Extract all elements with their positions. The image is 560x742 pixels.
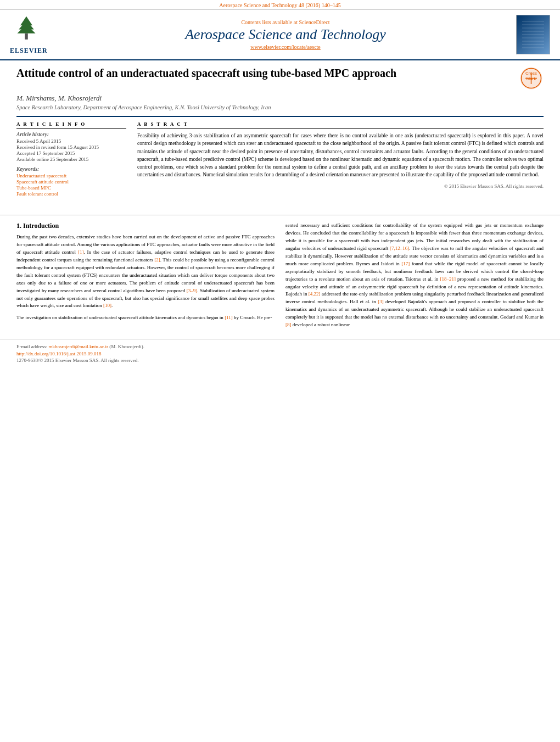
journal-url[interactable]: www.elsevier.com/locate/aescte: [59, 44, 512, 50]
ref-2-link[interactable]: [2]: [154, 257, 160, 263]
email-label: E-mail address:: [16, 344, 47, 349]
svg-rect-0: [25, 34, 28, 40]
journal-cover-image: [516, 15, 550, 54]
ref-17-link[interactable]: [17]: [401, 261, 410, 266]
article-history-label: Article history:: [16, 132, 126, 137]
footer-doi[interactable]: http://dx.doi.org/10.1016/j.ast.2015.09.…: [16, 351, 544, 356]
email-person: (M. Khosrojerdi).: [109, 344, 144, 349]
right-para1: sented necessary and sufficient conditio…: [285, 222, 544, 329]
article-info-heading: A R T I C L E I N F O: [16, 121, 126, 129]
intro-heading: 1. Introduction: [16, 222, 275, 230]
footer-copyright: 1270-9638/© 2015 Elsevier Masson SAS. Al…: [16, 358, 544, 363]
article-authors: M. Mirshams, M. Khosrojerdi: [16, 94, 544, 103]
intro-para2: The investigation on stabilization of un…: [16, 314, 275, 322]
page-footer: E-mail address: mkhosrojerdi@mail.kntu.a…: [0, 339, 560, 365]
ref-8-link[interactable]: [8]: [285, 322, 292, 327]
received-date: Received 5 April 2015: [16, 138, 126, 144]
accepted-date: Accepted 17 September 2015: [16, 150, 126, 156]
body-right-col: sented necessary and sufficient conditio…: [285, 222, 544, 333]
abstract-heading: A B S T R A C T: [137, 121, 544, 129]
intro-para1: During the past two decades, extensive s…: [16, 233, 275, 310]
and-text: and: [516, 314, 523, 320]
article-info-col: A R T I C L E I N F O Article history: R…: [16, 121, 126, 197]
keyword-3: Tube-based MPC: [16, 185, 126, 191]
keyword-2: Spacecraft attitude control: [16, 179, 126, 185]
journal-bar-text: Aerospace Science and Technology 48 (201…: [219, 2, 340, 8]
article-info-abstract: A R T I C L E I N F O Article history: R…: [16, 116, 544, 197]
body-left-col: 1. Introduction During the past two deca…: [16, 222, 275, 333]
crossmark-icon[interactable]: Cross Mark: [519, 66, 544, 91]
email-link[interactable]: mkhosrojerdi@mail.kntu.ac.ir: [48, 344, 108, 349]
page-header: ELSEVIER Contents lists available at Sci…: [0, 10, 560, 60]
article-body: Attitude control of an underactuated spa…: [0, 60, 560, 208]
ref-1-link[interactable]: [1]: [78, 249, 84, 255]
body-content: 1. Introduction During the past two deca…: [0, 222, 560, 333]
sciencedirect-link[interactable]: Contents lists available at ScienceDirec…: [59, 19, 512, 25]
elsevier-text: ELSEVIER: [10, 47, 59, 55]
ref-18-21-link[interactable]: [18–21]: [440, 276, 456, 282]
keyword-4: Fault tolerant control: [16, 191, 126, 197]
ref-7-link[interactable]: [7,12–16]: [390, 246, 409, 251]
ref-10-link[interactable]: [10]: [103, 303, 111, 308]
contents-list-text: Contents lists available at: [241, 19, 299, 25]
title-section: Attitude control of an underactuated spa…: [16, 66, 544, 91]
keywords-label: Keywords:: [16, 166, 126, 172]
doi-link: http://dx.doi.org/10.1016/j.ast.2015.09.…: [16, 351, 102, 356]
elsevier-tree-icon: [10, 14, 43, 44]
journal-bar: Aerospace Science and Technology 48 (201…: [0, 0, 560, 10]
keyword-1: Underactuated spacecraft: [16, 173, 126, 178]
ref-4-22-link[interactable]: [4,22]: [309, 291, 321, 297]
abstract-text: Feasibility of achieving 3-axis stabiliz…: [137, 132, 544, 179]
footer-email: E-mail address: mkhosrojerdi@mail.kntu.a…: [16, 344, 544, 349]
sciencedirect-name[interactable]: ScienceDirect: [299, 19, 329, 25]
elsevier-logo-container: ELSEVIER: [10, 14, 59, 55]
journal-url-text: www.elsevier.com/locate/aescte: [250, 44, 321, 50]
header-center: Contents lists available at ScienceDirec…: [59, 19, 512, 50]
abstract-copyright: © 2015 Elsevier Masson SAS. All rights r…: [137, 183, 544, 189]
journal-title: Aerospace Science and Technology: [59, 26, 512, 43]
ref-11-link[interactable]: [11]: [225, 315, 233, 320]
ref-3-hall-link[interactable]: [3]: [378, 299, 384, 304]
journal-thumbnail: [512, 15, 550, 54]
ref-3-9-link[interactable]: [3–9]: [187, 288, 198, 293]
available-online-date: Available online 25 September 2015: [16, 157, 126, 162]
section-divider: [0, 215, 560, 215]
revised-date: Received in revised form 15 August 2015: [16, 144, 126, 150]
article-affiliation: Space Research Laboratory, Department of…: [16, 104, 544, 110]
abstract-col: A B S T R A C T Feasibility of achieving…: [137, 121, 544, 197]
article-title: Attitude control of an underactuated spa…: [16, 66, 513, 80]
